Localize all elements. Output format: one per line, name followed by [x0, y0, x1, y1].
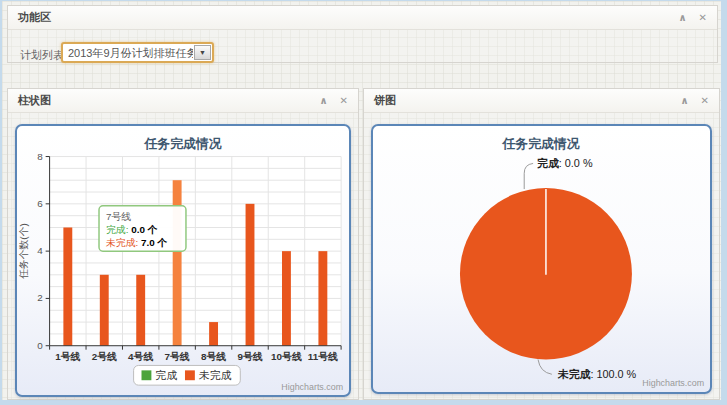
chart-title: 任务完成情况 [144, 136, 222, 151]
y-tick-label: 4 [37, 245, 43, 256]
plan-select-value: 2013年9月份计划排班任务计 [63, 44, 193, 61]
credits-label: Highcharts.com [281, 382, 343, 392]
close-icon[interactable]: ✕ [699, 13, 707, 23]
x-category-label: 4号线 [128, 351, 153, 362]
plan-select[interactable]: 2013年9月份计划排班任务计 ▼ [61, 42, 214, 63]
pie-panel-header: 饼图 ∧ ✕ [364, 89, 719, 113]
bar[interactable] [173, 180, 182, 346]
function-area-header: 功能区 ∧ ✕ [8, 6, 717, 30]
pie-chart-container: 任务完成情况完成: 0.0 %未完成: 100.0 %Highcharts.co… [371, 124, 712, 394]
bar[interactable] [100, 275, 109, 346]
bar[interactable] [246, 204, 255, 346]
function-area-title: 功能区 [18, 10, 51, 25]
function-area-panel: 功能区 ∧ ✕ 计划列表: 2013年9月份计划排班任务计 ▼ [7, 5, 718, 63]
y-tick-label: 6 [37, 198, 43, 209]
bar-panel-header: 柱状图 ∧ ✕ [8, 89, 358, 113]
x-category-label: 7号线 [165, 351, 190, 362]
close-icon[interactable]: ✕ [701, 96, 709, 106]
bar-chart-panel: 柱状图 ∧ ✕ 任务完成情况024681号线2号线4号线7号线8号线9号线10号… [7, 88, 359, 400]
bar[interactable] [136, 275, 145, 346]
label-connector [538, 359, 552, 374]
bar[interactable] [282, 251, 291, 346]
bar-panel-tools: ∧ ✕ [319, 96, 348, 106]
legend-swatch-undone[interactable] [185, 370, 195, 380]
credits-label: Highcharts.com [642, 378, 704, 388]
pie-label-done: 完成: 0.0 % [537, 157, 593, 169]
bar-chart: 任务完成情况024681号线2号线4号线7号线8号线9号线10号线11号线任务个… [17, 126, 349, 395]
x-category-label: 9号线 [237, 351, 262, 362]
dropdown-arrow-icon[interactable]: ▼ [194, 45, 211, 60]
x-category-label: 2号线 [92, 351, 117, 362]
tooltip: 7号线完成: 0.0 个未完成: 7.0 个 [99, 206, 186, 251]
pie-label-undone: 未完成: 100.0 % [557, 368, 637, 380]
x-category-label: 11号线 [308, 351, 338, 362]
tooltip-row: 未完成: 7.0 个 [105, 237, 168, 248]
x-category-label: 10号线 [271, 351, 302, 362]
y-axis-title: 任务个数(个) [18, 223, 29, 279]
legend-swatch-done[interactable] [142, 370, 152, 380]
bar[interactable] [63, 227, 72, 345]
legend: 完成未完成 [134, 365, 241, 385]
bar-chart-container: 任务完成情况024681号线2号线4号线7号线8号线9号线10号线11号线任务个… [15, 124, 351, 397]
collapse-icon[interactable]: ∧ [680, 96, 688, 106]
tooltip-category: 7号线 [106, 211, 131, 222]
y-tick-label: 0 [37, 340, 43, 351]
collapse-icon[interactable]: ∧ [678, 13, 686, 23]
bar[interactable] [318, 251, 327, 346]
collapse-icon[interactable]: ∧ [319, 96, 327, 106]
x-category-label: 1号线 [55, 351, 80, 362]
plan-list-label: 计划列表: [20, 48, 67, 63]
x-category-label: 8号线 [201, 351, 226, 362]
dashboard: 功能区 ∧ ✕ 计划列表: 2013年9月份计划排班任务计 ▼ 柱状图 ∧ ✕ … [2, 1, 721, 400]
bar[interactable] [209, 322, 218, 346]
pie-chart: 任务完成情况完成: 0.0 %未完成: 100.0 %Highcharts.co… [373, 126, 710, 392]
pie-panel-title: 饼图 [374, 93, 396, 108]
y-tick-label: 2 [37, 292, 42, 303]
pie-chart-panel: 饼图 ∧ ✕ 任务完成情况完成: 0.0 %未完成: 100.0 %Highch… [363, 88, 720, 400]
close-icon[interactable]: ✕ [340, 96, 348, 106]
y-tick-label: 8 [37, 151, 43, 162]
label-connector [524, 163, 533, 189]
tooltip-row: 完成: 0.0 个 [106, 224, 158, 235]
bar-panel-title: 柱状图 [18, 93, 51, 108]
chart-title: 任务完成情况 [502, 136, 580, 151]
legend-label-undone: 未完成 [199, 369, 232, 381]
pie-panel-tools: ∧ ✕ [680, 96, 709, 106]
legend-label-done: 完成 [155, 369, 177, 381]
function-area-tools: ∧ ✕ [678, 13, 707, 23]
